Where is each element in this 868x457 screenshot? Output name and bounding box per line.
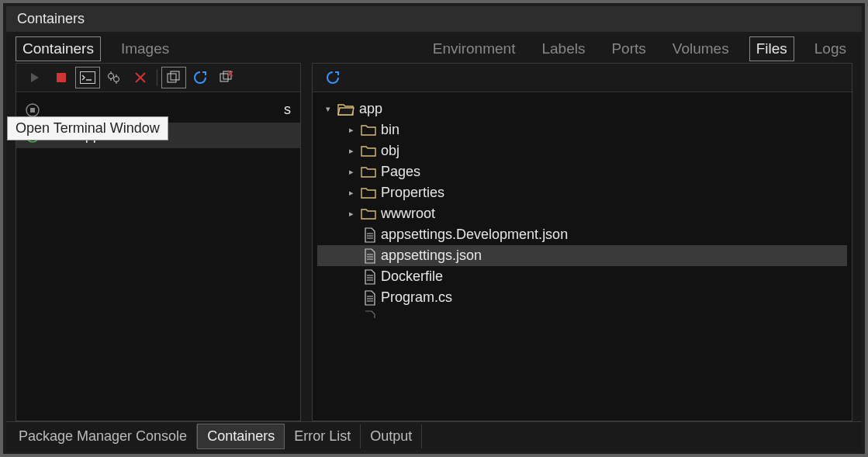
expander-closed-icon: ▸ — [347, 146, 356, 156]
tree-file[interactable]: Dockerfile — [317, 266, 847, 287]
tree-file[interactable]: appsettings.Development.json — [317, 224, 847, 245]
folder-label: Pages — [381, 164, 420, 180]
toolbar-divider — [157, 69, 157, 86]
folder-icon — [361, 166, 376, 178]
folder-label: obj — [381, 143, 399, 159]
start-button[interactable] — [22, 67, 47, 88]
tree-file[interactable]: Program.cs — [317, 287, 847, 308]
file-label: appsettings.json — [381, 248, 482, 264]
svg-rect-14 — [220, 74, 228, 81]
tab-volumes[interactable]: Volumes — [666, 37, 735, 61]
stopped-icon — [26, 103, 40, 117]
footer-tab-output[interactable]: Output — [361, 424, 422, 448]
expander-closed-icon: ▸ — [347, 125, 356, 135]
folder-icon — [361, 187, 376, 199]
tree-file-partial[interactable] — [317, 308, 847, 320]
tree-folder[interactable]: ▸ bin — [317, 119, 847, 140]
files-toolbar — [313, 64, 852, 92]
tab-images[interactable]: Images — [115, 37, 175, 61]
tree-folder-root[interactable]: ▾ app — [317, 99, 847, 119]
svg-marker-0 — [31, 73, 39, 82]
svg-rect-19 — [30, 108, 35, 113]
svg-point-4 — [109, 74, 114, 79]
folder-icon — [361, 145, 376, 158]
tree-folder[interactable]: ▸ wwwroot — [317, 203, 847, 224]
expander-closed-icon: ▸ — [347, 167, 356, 177]
footer-tab-pmc[interactable]: Package Manager Console — [9, 424, 197, 448]
tab-containers[interactable]: Containers — [16, 36, 101, 61]
tooltip-terminal: Open Terminal Window — [7, 116, 168, 140]
folder-icon — [361, 124, 376, 137]
expander-closed-icon: ▸ — [347, 188, 356, 198]
tab-environment[interactable]: Environment — [427, 37, 522, 61]
container-toolbar — [16, 64, 300, 92]
file-icon — [364, 290, 376, 306]
tree-file[interactable]: appsettings.json — [317, 245, 847, 266]
folder-open-icon — [337, 102, 354, 116]
expander-closed-icon: ▸ — [347, 209, 356, 219]
svg-point-5 — [114, 77, 119, 82]
file-tree: ▾ app ▸ bin ▸ obj ▸ Pages — [313, 92, 852, 421]
files-panel: ▾ app ▸ bin ▸ obj ▸ Pages — [312, 63, 852, 421]
tab-logs[interactable]: Logs — [808, 37, 852, 61]
refresh-files-button[interactable] — [320, 67, 345, 88]
svg-rect-13 — [171, 71, 179, 80]
containers-panel: Containers Containers Images Environment… — [6, 6, 862, 451]
folder-label: Properties — [381, 185, 444, 201]
tree-folder[interactable]: ▸ obj — [317, 140, 847, 161]
svg-rect-1 — [57, 73, 66, 82]
footer-tab-containers[interactable]: Containers — [197, 424, 285, 449]
folder-label: bin — [381, 122, 399, 138]
svg-rect-2 — [81, 72, 95, 84]
file-label: Program.cs — [381, 289, 452, 306]
show-all-button[interactable] — [161, 67, 186, 88]
file-icon — [364, 269, 376, 285]
file-icon — [364, 248, 376, 264]
stop-button[interactable] — [49, 67, 74, 88]
container-name-visible: s — [284, 102, 291, 118]
expander-open-icon: ▾ — [323, 104, 333, 114]
folder-label: app — [359, 101, 382, 117]
footer-tabs: Package Manager Console Containers Error… — [6, 421, 862, 451]
tab-files[interactable]: Files — [749, 36, 794, 61]
containers-list: s WebApplication3 — [16, 92, 300, 421]
primary-tabs: Containers Images Environment Labels Por… — [6, 32, 862, 63]
tree-folder[interactable]: ▸ Pages — [317, 161, 847, 182]
tree-folder[interactable]: ▸ Properties — [317, 182, 847, 203]
file-label: Dockerfile — [381, 268, 443, 285]
prune-button[interactable] — [214, 67, 239, 88]
file-icon — [364, 227, 376, 243]
file-icon — [364, 310, 376, 318]
folder-label: wwwroot — [381, 206, 435, 222]
settings-button[interactable] — [102, 67, 126, 88]
footer-tab-errorlist[interactable]: Error List — [285, 424, 361, 448]
remove-button[interactable] — [128, 67, 153, 88]
panel-title: Containers — [6, 6, 862, 32]
tab-labels[interactable]: Labels — [535, 37, 591, 61]
terminal-button[interactable] — [75, 67, 100, 88]
refresh-button[interactable] — [188, 67, 213, 88]
file-label: appsettings.Development.json — [381, 227, 568, 243]
tab-ports[interactable]: Ports — [605, 37, 652, 61]
svg-rect-12 — [168, 74, 176, 82]
folder-icon — [361, 208, 376, 220]
